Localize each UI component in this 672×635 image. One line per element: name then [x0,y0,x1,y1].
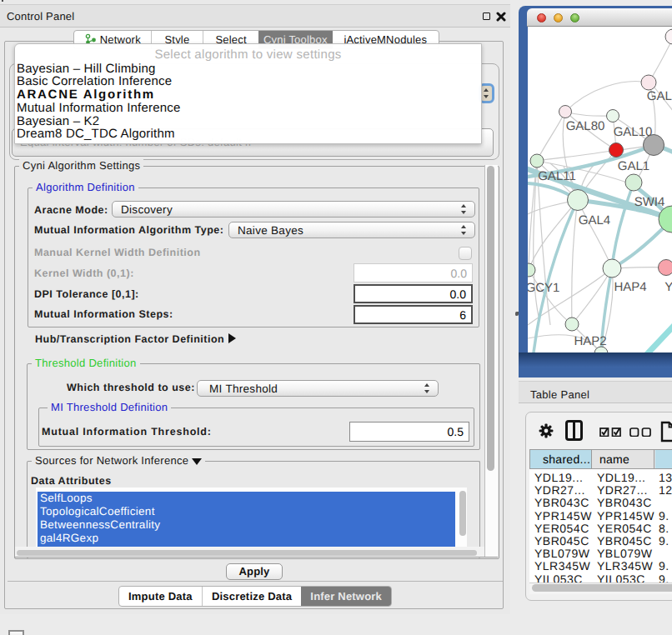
svg-text:YJ: YJ [664,280,672,294]
svg-text:GAL2: GAL2 [647,89,672,103]
svg-text:SWI4: SWI4 [634,195,665,209]
svg-text:HAP4: HAP4 [614,280,646,294]
svg-text:GAL4: GAL4 [579,213,610,228]
svg-text:GAL11: GAL11 [538,169,576,183]
svg-text:GAL1: GAL1 [618,159,649,173]
svg-text:GAL10: GAL10 [614,125,653,139]
svg-text:HAP2: HAP2 [574,334,606,348]
svg-text:GAL80: GAL80 [566,119,605,133]
svg-text:GCY1: GCY1 [528,281,559,295]
